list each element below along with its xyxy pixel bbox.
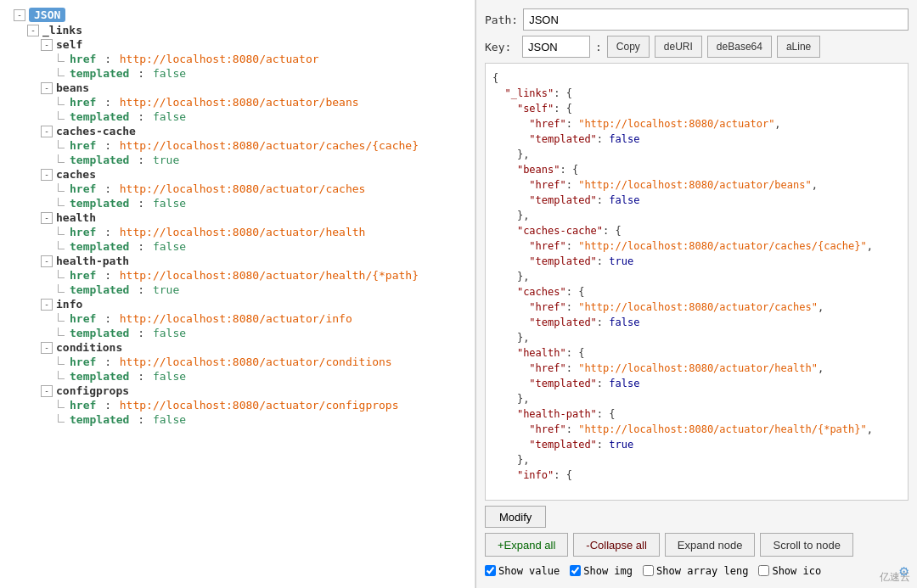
tree-row[interactable]: href : http://localhost:8080/actuator/co…	[0, 398, 475, 412]
info-toggle[interactable]: -	[41, 299, 53, 311]
path-label: Path:	[485, 14, 518, 26]
show-array-leng-label: Show array leng	[656, 565, 748, 577]
path-input[interactable]	[523, 8, 909, 31]
tree-row[interactable]: href : http://localhost:8080/actuator	[0, 52, 475, 66]
bool-value: true	[153, 154, 179, 166]
tree-row[interactable]: - configprops	[0, 384, 475, 398]
show-ico-checkbox[interactable]: Show ico	[758, 565, 821, 577]
tree-row[interactable]: - health	[0, 210, 475, 225]
caches-toggle[interactable]: -	[41, 169, 53, 181]
beans-toggle[interactable]: -	[41, 82, 53, 94]
corner-icon	[54, 284, 66, 296]
root-toggle[interactable]: -	[14, 9, 25, 21]
templated-key: templated	[70, 110, 129, 123]
tree-row[interactable]: templated : true	[0, 283, 475, 297]
tree-row[interactable]: templated : false	[0, 109, 475, 124]
path-row: Path:	[485, 8, 909, 31]
tree-row[interactable]: templated : false	[0, 239, 475, 254]
checkbox-row: Show value Show img Show array leng Show…	[485, 562, 909, 580]
corner-icon	[54, 328, 66, 339]
expand-all-button[interactable]: +Expand all	[485, 533, 568, 557]
modify-button[interactable]: Modify	[485, 506, 546, 528]
href-value: http://localhost:8080/actuator/configpro…	[120, 399, 399, 412]
tree-row[interactable]: href : http://localhost:8080/actuator/in…	[0, 311, 475, 326]
href-value: http://localhost:8080/actuator/beans	[120, 96, 359, 109]
collapse-all-button[interactable]: -Collapse all	[573, 533, 660, 557]
corner-icon	[54, 400, 66, 412]
deuri-button[interactable]: deURI	[655, 36, 702, 58]
node-self: self	[56, 38, 82, 51]
configprops-toggle[interactable]: -	[41, 385, 53, 397]
href-key: href	[70, 139, 96, 152]
show-array-leng-input[interactable]	[643, 565, 654, 576]
links-toggle[interactable]: -	[27, 25, 39, 36]
show-array-leng-checkbox[interactable]: Show array leng	[643, 565, 748, 577]
tree-row[interactable]: templated : true	[0, 153, 475, 167]
bool-value: false	[153, 413, 186, 426]
tree-row[interactable]: templated : false	[0, 369, 475, 384]
tree-row[interactable]: href : http://localhost:8080/actuator/he…	[0, 225, 475, 239]
tree-row[interactable]: href : http://localhost:8080/actuator/ca…	[0, 182, 475, 196]
show-img-input[interactable]	[570, 565, 581, 576]
key-input[interactable]	[522, 36, 590, 58]
root-node[interactable]: - JSON	[0, 7, 475, 23]
tree-row[interactable]: - self	[0, 37, 475, 52]
show-value-label: Show value	[498, 565, 560, 577]
root-label: JSON	[29, 8, 65, 22]
tree-row[interactable]: - beans	[0, 81, 475, 95]
corner-icon	[54, 111, 66, 123]
corner-icon	[54, 53, 66, 65]
self-toggle[interactable]: -	[41, 39, 53, 51]
corner-icon	[54, 270, 66, 282]
tree-row[interactable]: - conditions	[0, 340, 475, 355]
health-path-toggle[interactable]: -	[41, 255, 53, 267]
show-img-checkbox[interactable]: Show img	[570, 565, 633, 577]
tree-row[interactable]: templated : false	[0, 196, 475, 210]
show-value-input[interactable]	[485, 565, 496, 576]
bool-value: false	[153, 67, 186, 80]
tree-row[interactable]: - health-path	[0, 254, 475, 268]
json-viewer[interactable]: { "_links": { "self": { "href": "http://…	[485, 63, 909, 501]
tree-row[interactable]: - caches	[0, 167, 475, 182]
tree-row[interactable]: href : http://localhost:8080/actuator/be…	[0, 95, 475, 109]
tree-row[interactable]: href : http://localhost:8080/actuator/he…	[0, 268, 475, 283]
show-ico-label: Show ico	[772, 565, 821, 577]
corner-icon	[54, 140, 66, 152]
debase64-button[interactable]: deBase64	[707, 36, 772, 58]
href-value: http://localhost:8080/actuator/health/{*…	[120, 269, 419, 282]
tree-row[interactable]: - caches-cache	[0, 124, 475, 138]
templated-key: templated	[70, 413, 129, 426]
tree-row[interactable]: - _links	[0, 23, 475, 37]
show-img-label: Show img	[583, 565, 633, 577]
node-conditions: conditions	[56, 341, 122, 354]
expand-node-button[interactable]: Expand node	[665, 533, 756, 557]
tree-row[interactable]: templated : false	[0, 412, 475, 427]
health-toggle[interactable]: -	[41, 212, 53, 224]
caches-cache-toggle[interactable]: -	[41, 126, 53, 137]
href-value: http://localhost:8080/actuator/condition…	[120, 356, 392, 368]
bool-value: false	[153, 110, 186, 123]
tree-row[interactable]: href : http://localhost:8080/actuator/ca…	[0, 138, 475, 153]
href-value: http://localhost:8080/actuator/info	[120, 312, 352, 325]
templated-key: templated	[70, 67, 129, 80]
tree-row[interactable]: - info	[0, 297, 475, 311]
conditions-toggle[interactable]: -	[41, 342, 53, 354]
tree-row[interactable]: templated : false	[0, 326, 475, 340]
href-value: http://localhost:8080/actuator	[120, 53, 319, 65]
show-value-checkbox[interactable]: Show value	[485, 565, 560, 577]
templated-key: templated	[70, 197, 129, 210]
corner-icon	[54, 356, 66, 368]
show-ico-input[interactable]	[758, 565, 769, 576]
corner-icon	[54, 241, 66, 253]
scroll-to-node-button[interactable]: Scroll to node	[760, 533, 853, 557]
node-caches: caches	[56, 168, 96, 181]
modify-row: Modify	[485, 506, 909, 528]
templated-key: templated	[70, 327, 129, 339]
tree-row[interactable]: href : http://localhost:8080/actuator/co…	[0, 355, 475, 369]
node-links: _links	[42, 24, 82, 36]
corner-icon	[54, 227, 66, 238]
tree-row[interactable]: templated : false	[0, 66, 475, 81]
corner-icon	[54, 313, 66, 325]
aline-button[interactable]: aLine	[777, 36, 820, 58]
copy-button[interactable]: Copy	[607, 36, 650, 58]
